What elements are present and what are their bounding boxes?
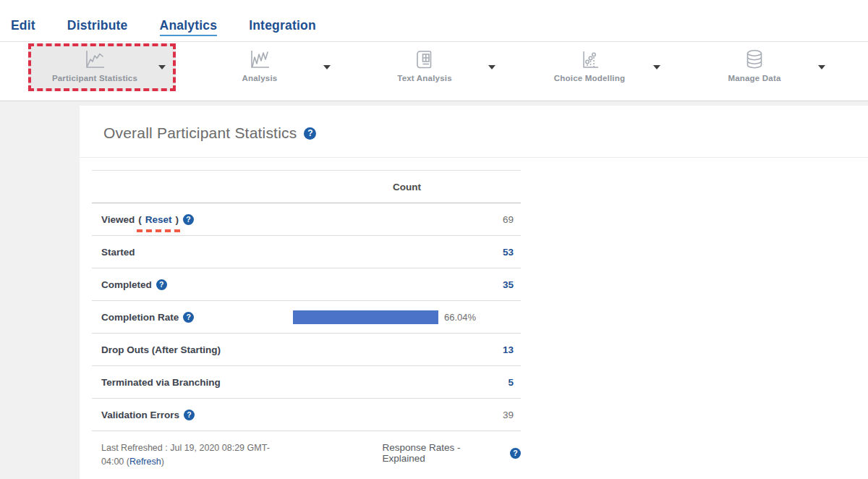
toolbar-group-choice-modelling: Choice Modelling [507,42,672,101]
zigzag-chart-icon [247,48,272,71]
toolbar-group-analysis: Analysis [177,42,342,101]
manage-data-button[interactable]: Manage Data [672,42,837,101]
validation-errors-help-icon[interactable]: ? [184,410,195,420]
document-grid-icon [412,48,437,71]
count-column-header: Count [293,182,521,192]
text-analysis-dropdown-caret-icon[interactable] [488,65,495,69]
refresh-link[interactable]: Refresh [129,457,161,467]
tool-label: Text Analysis [397,74,451,82]
page-title: Overall Participant Statistics [103,124,297,142]
tool-label: Manage Data [728,74,780,82]
nav-item-integration[interactable]: Integration [249,18,316,36]
participant-statistics-dropdown-caret-icon[interactable] [158,65,166,69]
last-refreshed-text: Last Refreshed : Jul 19, 2020 08:29 GMT-… [101,441,283,470]
manage-data-dropdown-caret-icon[interactable] [818,65,825,69]
tool-label: Analysis [242,74,278,82]
tool-label: Participant Statistics [52,74,137,82]
reset-link-group: ( Reset ) [138,214,179,225]
analytics-toolbar: Participant Statistics Analysis [0,41,868,101]
completion-rate-value: 66.04% [444,312,476,323]
participant-statistics-button[interactable]: Participant Statistics [12,42,177,101]
viewed-count: 69 [503,214,514,225]
viewed-help-icon[interactable]: ? [183,214,194,225]
table-row-completion-rate: Completion Rate ? 66.04% [92,301,521,334]
participant-statistics-table: Count Viewed ( Reset ) ? 69 Started 53 C… [92,170,521,470]
toolbar-group-text-analysis: Text Analysis [342,42,507,101]
top-nav: Edit Distribute Analytics Integration [0,0,868,41]
reset-link[interactable]: Reset [145,214,172,225]
response-rates-help-icon[interactable]: ? [510,448,521,459]
row-label: Completed [101,279,152,290]
table-row-started: Started 53 [92,236,521,268]
row-label: Started [101,247,135,258]
scatter-trend-icon [577,48,602,71]
row-label: Completion Rate [101,312,179,323]
last-refreshed-line1: Last Refreshed : Jul 19, 2020 08:29 [101,443,244,453]
row-label: Terminated via Branching [101,377,221,388]
completion-rate-bar [293,310,438,324]
table-row-terminated: Terminated via Branching 5 [92,366,521,399]
content-panel: Overall Participant Statistics ? Count V… [80,106,868,479]
analysis-dropdown-caret-icon[interactable] [323,65,331,69]
started-count[interactable]: 53 [503,247,514,258]
table-footer: Last Refreshed : Jul 19, 2020 08:29 GMT-… [101,441,521,470]
response-rates-explained: Response Rates - Explained ? [383,442,521,464]
row-label: Validation Errors [101,410,179,420]
table-row-drop-outs: Drop Outs (After Starting) 13 [92,334,521,366]
reset-dashed-underline [137,229,180,232]
nav-item-edit[interactable]: Edit [11,18,35,36]
title-separator [80,157,868,158]
row-label: Viewed [101,214,135,225]
database-icon [742,48,767,71]
analysis-button[interactable]: Analysis [177,42,342,101]
paren-close: ) [176,214,179,225]
drop-outs-count[interactable]: 13 [503,344,514,355]
table-header-row: Count [92,170,521,203]
nav-item-distribute[interactable]: Distribute [67,18,128,36]
table-row-validation-errors: Validation Errors ? 39 [92,399,521,431]
completed-help-icon[interactable]: ? [156,279,167,290]
response-rates-label: Response Rates - Explained [383,442,504,464]
terminated-count[interactable]: 5 [508,377,514,388]
table-row-viewed: Viewed ( Reset ) ? 69 [92,203,521,236]
tool-label: Choice Modelling [554,74,625,82]
paren-open: ( [138,214,142,225]
title-help-icon[interactable]: ? [304,127,316,140]
last-refreshed-line2-suffix: ) [161,457,164,467]
line-chart-icon [82,48,107,71]
completion-rate-help-icon[interactable]: ? [183,312,194,323]
choice-modelling-button[interactable]: Choice Modelling [507,42,672,101]
text-analysis-button[interactable]: Text Analysis [342,42,507,101]
toolbar-group-manage-data: Manage Data [672,42,837,101]
toolbar-group-participant-statistics: Participant Statistics [12,42,177,101]
table-row-completed: Completed ? 35 [92,268,521,301]
validation-errors-count: 39 [503,410,514,420]
row-label: Drop Outs (After Starting) [101,344,221,355]
nav-item-analytics[interactable]: Analytics [160,18,218,36]
choice-modelling-dropdown-caret-icon[interactable] [653,65,660,69]
completed-count[interactable]: 35 [503,279,514,290]
